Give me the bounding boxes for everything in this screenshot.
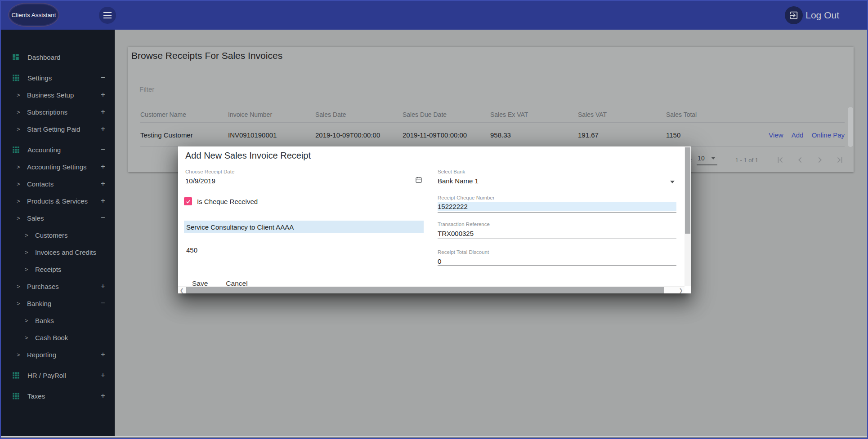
discount-input[interactable]: 0 [438,257,676,265]
discount-underline [438,265,676,266]
expand-plus-icon: + [101,162,105,171]
transaction-reference-label: Transaction Reference [438,222,676,227]
sidebar-item-label: Subscriptions [27,108,67,116]
scroll-left-icon[interactable]: ❮ [178,287,185,294]
vertical-scrollbar[interactable] [685,146,691,286]
chevron-right-icon: > [17,300,20,307]
cell-sales-vat: 191.67 [578,131,666,139]
horizontal-scroll-thumb[interactable] [186,287,664,293]
receipt-date-input[interactable]: 10/9/2019 [185,177,424,185]
sidebar-item-subscriptions[interactable]: >Subscriptions+ [1,103,115,120]
sidebar-item-purchases[interactable]: >Purchases+ [1,278,115,295]
page-title: Browse Receipts For Sales Invoices [131,50,282,61]
cell-sales-due-date: 2019-11-09T00:00:00 [403,131,490,139]
chevron-right-icon: > [17,109,20,115]
cheque-number-label: Receipt Cheque Number [438,195,676,200]
app-window: Clients Assistant Log Out DashboardSetti… [0,0,868,439]
sidebar-item-sales[interactable]: >Sales− [1,209,115,226]
transaction-reference-input[interactable]: TRX000325 [438,230,676,237]
is-cheque-received-label: Is Cheque Received [197,198,258,205]
apps-icon [12,371,20,379]
column-header-sales-due-date: Sales Due Date [403,111,490,118]
sidebar-item-cash-book[interactable]: >Cash Book [1,329,115,346]
sidebar-item-start-getting-paid[interactable]: >Start Getting Paid+ [1,120,115,137]
sidebar-item-banking[interactable]: >Banking− [1,295,115,312]
app-logo[interactable]: Clients Assistant [8,3,59,27]
sidebar-item-receipts[interactable]: >Receipts [1,261,115,278]
expand-plus-icon: + [101,350,105,359]
invoice-description-field[interactable]: Service Consultancy to Client AAAA [184,221,424,233]
window-bottom-border [1,436,867,438]
sidebar-item-accounting[interactable]: Accounting− [1,141,115,158]
sidebar-item-dashboard[interactable]: Dashboard [1,49,115,66]
receipt-date-label: Choose Receipt Date [185,169,424,174]
filter-input[interactable]: Filter [139,82,841,95]
sidebar-item-business-setup[interactable]: >Business Setup+ [1,86,115,103]
page-size-value: 10 [698,155,705,162]
invoice-description-text: Service Consultancy to Client AAAA [186,223,294,231]
page-nav [774,154,846,166]
sidebar-item-label: Products & Services [27,197,88,205]
column-header-invoice-number: Invoice Number [228,111,315,118]
sidebar-item-contacts[interactable]: >Contacts+ [1,175,115,192]
horizontal-scrollbar[interactable]: ❮ ❯ [178,286,685,293]
sidebar-item-label: Banks [35,317,54,324]
chevron-right-icon: > [17,351,20,358]
expand-plus-icon: + [101,90,105,99]
sidebar-item-reporting[interactable]: >Reporting+ [1,346,115,363]
discount-label: Receipt Total Discount [438,249,676,255]
chevron-right-icon: > [25,249,28,256]
menu-toggle-button[interactable] [99,7,116,24]
sidebar-item-settings[interactable]: Settings− [1,69,115,86]
first-page-button[interactable] [774,154,786,166]
cell-sales-ex-vat: 958.33 [490,131,578,139]
collapse-minus-icon: − [101,299,105,308]
sidebar-item-taxes[interactable]: Taxes+ [1,387,115,404]
add-link[interactable]: Add [792,131,804,139]
dashboard-icon [12,53,20,61]
next-page-button[interactable] [814,154,826,166]
scroll-right-icon[interactable]: ❯ [677,287,685,294]
receipt-amount-value: 450 [186,246,197,254]
hamburger-icon [103,15,112,16]
sidebar-item-hr-payroll[interactable]: HR / PayRoll+ [1,367,115,384]
sidebar-item-label: Banking [27,300,51,307]
transaction-reference-underline [438,239,676,239]
sidebar-item-label: Accounting Settings [27,163,87,171]
sidebar-item-products-services[interactable]: >Products & Services+ [1,192,115,209]
sidebar-item-banks[interactable]: >Banks [1,312,115,329]
filter-placeholder: Filter [139,85,154,93]
sidebar-item-label: Business Setup [27,91,74,99]
app-logo-text: Clients Assistant [11,12,56,18]
column-header-sales-vat: Sales VAT [578,111,666,118]
sidebar-item-customers[interactable]: >Customers [1,226,115,244]
sidebar-item-label: HR / PayRoll [27,372,66,379]
previous-page-button[interactable] [794,154,806,166]
online-pay-link[interactable]: Online Pay [812,131,845,139]
expand-plus-icon: + [101,196,105,205]
table-header-row: Customer Name Invoice Number Sales Date … [140,106,845,123]
sidebar-item-invoices-and-credits[interactable]: >Invoices and Credits [1,244,115,261]
chevron-right-icon: > [25,334,28,341]
view-link[interactable]: View [769,131,783,139]
bank-select[interactable]: Bank Name 1 [438,177,676,185]
cheque-number-input[interactable]: 15222222 [438,203,676,210]
chevron-right-icon: > [17,164,20,170]
logout-button[interactable]: Log Out [785,6,839,24]
table-scrollbar[interactable] [848,107,853,147]
calendar-icon[interactable] [415,176,422,185]
sidebar-item-accounting-settings[interactable]: >Accounting Settings+ [1,158,115,175]
vertical-scroll-thumb[interactable] [685,147,690,234]
checkbox-checked-icon [184,197,192,205]
apps-icon [12,392,20,400]
chevron-right-icon: > [17,92,20,98]
chevron-right-icon: > [25,266,28,273]
column-header-sales-total: Sales Total [666,111,747,118]
sidebar-item-label: Start Getting Paid [27,125,80,133]
page-size-select[interactable]: 10 [697,155,717,165]
is-cheque-received-checkbox[interactable]: Is Cheque Received [184,197,258,205]
collapse-minus-icon: − [101,213,105,222]
select-caret-icon[interactable] [670,181,675,183]
sidebar-item-label: Receipts [35,266,61,273]
last-page-button[interactable] [834,154,846,166]
